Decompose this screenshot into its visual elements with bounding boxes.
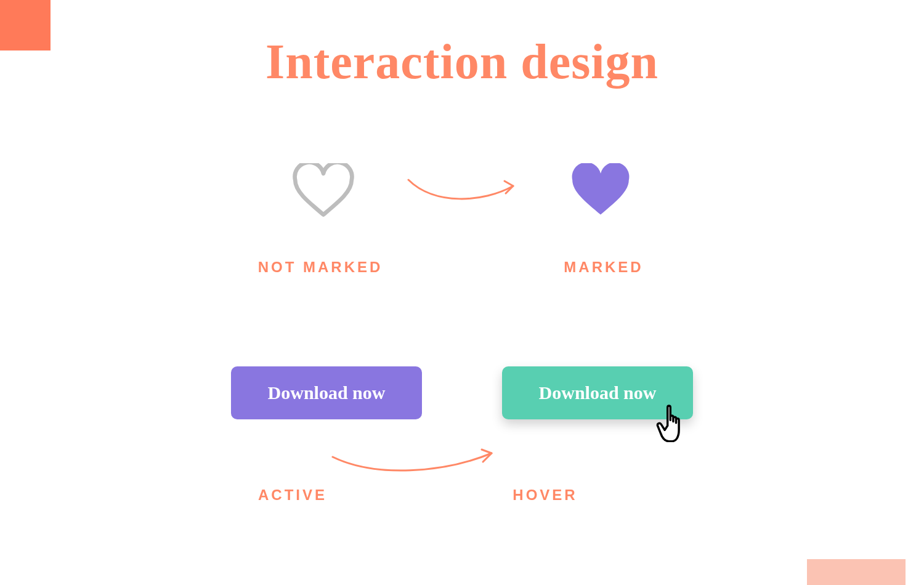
heart-marked[interactable] (557, 163, 644, 220)
arrow-icon (403, 169, 521, 214)
label-active: ACTIVE (213, 486, 373, 504)
label-not-marked: NOT MARKED (240, 259, 400, 276)
arrow-row-2 (0, 442, 924, 482)
arrow-icon-2 (326, 442, 499, 482)
heart-not-marked[interactable] (280, 163, 367, 220)
page-title: Interaction design (0, 34, 924, 90)
heart-filled-icon (570, 163, 631, 220)
hearts-row (0, 163, 924, 220)
buttons-row: Download now Download now (0, 366, 924, 419)
button-labels-row: ACTIVE HOVER (0, 486, 924, 504)
heart-labels-row: NOT MARKED MARKED (0, 259, 924, 276)
download-button-active-label: Download now (268, 382, 386, 403)
heart-outline-icon (293, 163, 354, 220)
cursor-pointer-icon (649, 399, 684, 446)
download-button-hover-label: Download now (539, 382, 657, 403)
download-button-hover[interactable]: Download now (502, 366, 693, 419)
label-marked: MARKED (524, 259, 684, 276)
decor-bar (807, 559, 906, 585)
label-hover: HOVER (465, 486, 625, 504)
download-button-active[interactable]: Download now (231, 366, 422, 419)
